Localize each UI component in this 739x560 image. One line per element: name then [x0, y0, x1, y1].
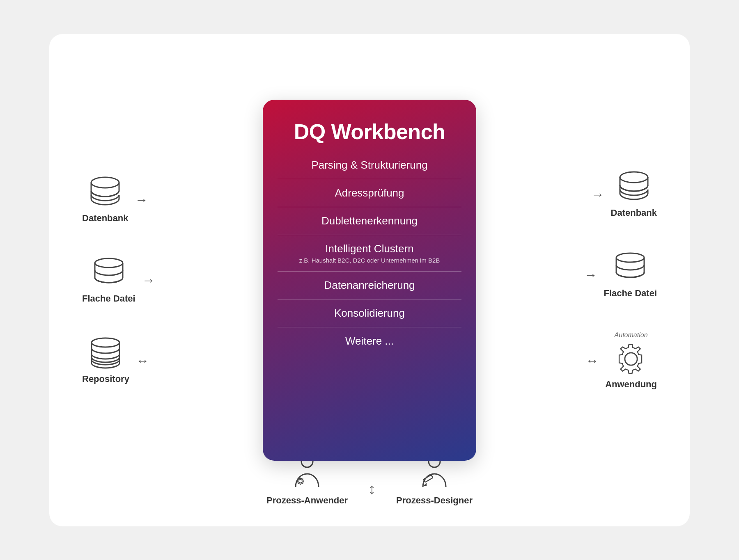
card-item-3: Intelligent Clustern z.B. Haushalt B2C, … [278, 235, 461, 271]
svg-point-7 [299, 479, 302, 482]
left-repository-node: Repository [82, 337, 129, 384]
right-flachedatei-row: Flache Datei → [584, 251, 657, 299]
left-datenbank-node: Datenbank [82, 176, 128, 224]
card-item-4: Datenanreicherung [278, 271, 461, 299]
card-item-label-6: Weitere ... [345, 335, 394, 347]
left-repository-label: Repository [82, 374, 129, 384]
card-items: Parsing & Strukturierung Adressprüfung D… [278, 159, 461, 355]
card-title: DQ Workbench [294, 119, 445, 144]
left-repository-arrow: ↔ [136, 354, 149, 367]
left-repository-row: Repository ↔ [82, 337, 149, 384]
repository-icon [87, 337, 124, 370]
prozess-anwender-label: Prozess-Anwender [266, 495, 348, 506]
left-flachedatei-label: Flache Datei [82, 293, 135, 304]
left-datenbank-row: Datenbank → [82, 176, 148, 224]
right-datenbank-node: Datenbank [611, 171, 657, 218]
left-flachedatei-arrow: → [142, 274, 155, 287]
right-datenbank-row: Datenbank → [591, 171, 657, 218]
database-icon-right [615, 171, 652, 203]
right-datenbank-arrow: → [591, 188, 604, 201]
right-flachedatei-label: Flache Datei [604, 288, 657, 299]
prozess-designer-node: Prozess-Designer [396, 454, 473, 506]
card-item-label-1: Adressprüfung [335, 187, 404, 199]
center-card: DQ Workbench Parsing & Strukturierung Ad… [263, 100, 476, 461]
left-flachedatei-node: Flache Datei [82, 256, 135, 304]
main-canvas: Datenbank → Flache Datei → [49, 34, 690, 526]
card-item-2: Dublettenerkennung [278, 207, 461, 235]
right-anwendung-label: Anwendung [605, 379, 657, 390]
left-datenbank-label: Datenbank [82, 213, 128, 224]
flat-file-icon-left [90, 256, 127, 289]
right-anwendung-node: Automation Anwendung [605, 331, 657, 390]
svg-point-3 [620, 172, 648, 183]
right-column: Datenbank → Flache Datei → [542, 171, 657, 390]
left-datenbank-arrow: → [135, 193, 148, 206]
svg-point-5 [625, 352, 637, 365]
gear-svg [613, 341, 649, 377]
svg-point-1 [95, 258, 123, 267]
database-icon [87, 176, 124, 209]
right-flachedatei-node: Flache Datei [604, 251, 657, 299]
card-item-label-5: Konsolidierung [334, 307, 405, 320]
card-item-label-2: Dublettenerkennung [321, 215, 418, 227]
bottom-section: Prozess-Anwender ↕ Prozess-Designer [266, 454, 473, 506]
right-datenbank-label: Datenbank [611, 208, 657, 218]
card-item-0: Parsing & Strukturierung [278, 159, 461, 179]
right-flachedatei-arrow: → [584, 268, 597, 281]
card-item-1: Adressprüfung [278, 179, 461, 207]
left-column: Datenbank → Flache Datei → [82, 176, 197, 384]
card-item-5: Konsolidierung [278, 299, 461, 327]
prozess-designer-label: Prozess-Designer [396, 495, 473, 506]
prozess-anwender-node: Prozess-Anwender [266, 454, 348, 506]
card-item-label-4: Datenanreicherung [324, 279, 415, 292]
gear-icon [613, 341, 649, 379]
right-anwendung-arrow: ↔ [585, 354, 599, 367]
card-item-6: Weitere ... [278, 327, 461, 355]
right-anwendung-row: Automation Anwendung ↔ [585, 331, 657, 390]
svg-point-0 [91, 177, 119, 188]
flat-file-icon-right [612, 251, 649, 284]
card-item-sub-3: z.B. Haushalt B2C, D2C oder Unternehmen … [299, 257, 440, 264]
layout: Datenbank → Flache Datei → [49, 34, 690, 526]
svg-point-2 [92, 338, 119, 347]
card-item-label-0: Parsing & Strukturierung [311, 159, 427, 171]
bottom-double-arrow: ↕ [368, 480, 376, 498]
left-flachedatei-row: Flache Datei → [82, 256, 155, 304]
svg-point-4 [616, 253, 644, 262]
automation-label: Automation [615, 331, 648, 339]
card-item-label-3: Intelligent Clustern [325, 242, 413, 255]
